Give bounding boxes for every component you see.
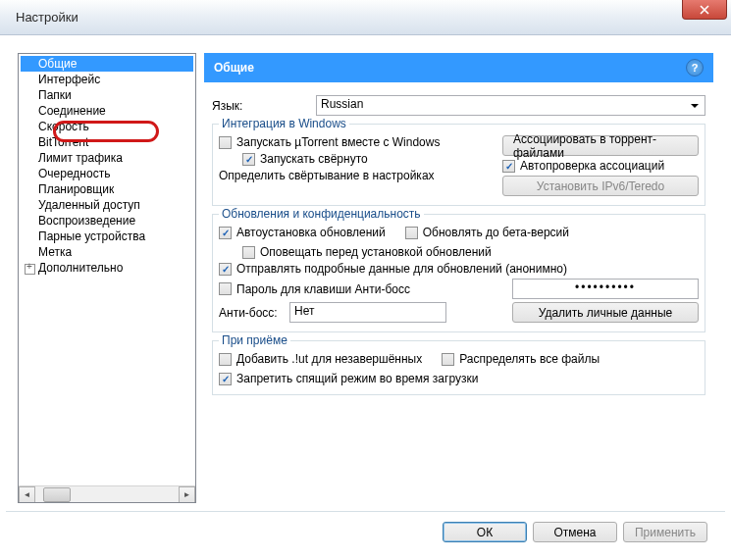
minimize-define-label: Определить свёртывание в настройках bbox=[219, 169, 435, 182]
panel-title: Общие bbox=[214, 61, 254, 75]
group-receive: При приёме Добавить .!ut для незавершённ… bbox=[212, 340, 705, 395]
scroll-thumb[interactable] bbox=[43, 487, 71, 502]
panel-header: Общие ? bbox=[204, 53, 713, 82]
sidebar-item-advanced[interactable]: Дополнительно bbox=[21, 260, 193, 276]
scroll-left-icon[interactable]: ◄ bbox=[19, 486, 35, 503]
group-title: Обновления и конфиденциальность bbox=[219, 207, 424, 221]
chk-send-data[interactable]: Отправлять подробные данные для обновлен… bbox=[219, 262, 699, 276]
sidebar-item-paired[interactable]: Парные устройства bbox=[21, 229, 193, 244]
chk-add-ut[interactable]: Добавить .!ut для незавершённых bbox=[219, 352, 422, 366]
chk-prevent-sleep[interactable]: Запретить спящий режим во время загрузки bbox=[219, 372, 699, 385]
cancel-button[interactable]: Отмена bbox=[533, 522, 617, 542]
chk-bosskey-pwd[interactable]: Пароль для клавиши Анти-босс bbox=[219, 282, 410, 296]
apply-button[interactable]: Применить bbox=[623, 522, 707, 542]
sidebar-item-folders[interactable]: Папки bbox=[21, 87, 193, 103]
sidebar-item-connection[interactable]: Соединение bbox=[21, 103, 193, 119]
antiboss-field[interactable]: Нет bbox=[289, 302, 446, 323]
chk-auto-update[interactable]: Автоустановка обновлений bbox=[219, 226, 386, 239]
sidebar: Общие Интерфейс Папки Соединение Скорост… bbox=[18, 53, 196, 503]
sidebar-item-label[interactable]: Метка bbox=[21, 244, 193, 260]
group-windows-integration: Интеграция в Windows Запускать µTorrent … bbox=[212, 124, 705, 206]
associate-button[interactable]: Ассоциировать в торрент-файлами bbox=[502, 135, 699, 156]
language-label: Язык: bbox=[212, 99, 310, 113]
sidebar-item-traffic-limit[interactable]: Лимит трафика bbox=[21, 150, 193, 166]
sidebar-item-playback[interactable]: Воспроизведение bbox=[21, 213, 193, 229]
sidebar-item-general[interactable]: Общие bbox=[21, 56, 193, 72]
titlebar: Настройки bbox=[0, 0, 731, 35]
antiboss-label: Анти-босс: bbox=[219, 306, 280, 320]
group-updates: Обновления и конфиденциальность Автоуста… bbox=[212, 214, 705, 332]
sidebar-item-remote[interactable]: Удаленный доступ bbox=[21, 197, 193, 213]
group-title: Интеграция в Windows bbox=[219, 117, 349, 130]
scroll-right-icon[interactable]: ► bbox=[179, 486, 195, 503]
ipv6-button[interactable]: Установить IPv6/Teredo bbox=[502, 176, 699, 196]
delete-data-button[interactable]: Удалить личные данные bbox=[512, 302, 699, 323]
window-title: Настройки bbox=[16, 10, 78, 25]
sidebar-item-scheduler[interactable]: Планировщик bbox=[21, 181, 193, 197]
sidebar-hscroll[interactable]: ◄ ► bbox=[19, 485, 195, 502]
footer: ОК Отмена Применить bbox=[6, 511, 725, 556]
sidebar-item-interface[interactable]: Интерфейс bbox=[21, 72, 193, 87]
chk-preallocate[interactable]: Распределять все файлы bbox=[442, 352, 600, 366]
chk-notify-update[interactable]: Оповещать перед установкой обновлений bbox=[242, 245, 699, 259]
close-button[interactable] bbox=[682, 0, 727, 20]
chk-auto-assoc[interactable]: Автопроверка ассоциаций bbox=[502, 159, 699, 173]
bosskey-password-field[interactable]: •••••••••• bbox=[512, 279, 699, 299]
chk-start-minimized[interactable]: Запускать свёрнуто bbox=[242, 152, 483, 166]
group-title: При приёме bbox=[219, 333, 290, 347]
sidebar-item-bittorrent[interactable]: BitTorrent bbox=[21, 134, 193, 150]
language-select[interactable]: Russian bbox=[316, 95, 705, 116]
ok-button[interactable]: ОК bbox=[443, 522, 527, 542]
help-icon[interactable]: ? bbox=[686, 59, 704, 76]
chk-beta[interactable]: Обновлять до бета-версий bbox=[405, 226, 569, 239]
sidebar-item-speed[interactable]: Скорость bbox=[21, 119, 193, 134]
sidebar-item-queueing[interactable]: Очередность bbox=[21, 166, 193, 181]
chk-start-with-windows[interactable]: Запускать µTorrent вместе с Windows bbox=[219, 135, 483, 149]
